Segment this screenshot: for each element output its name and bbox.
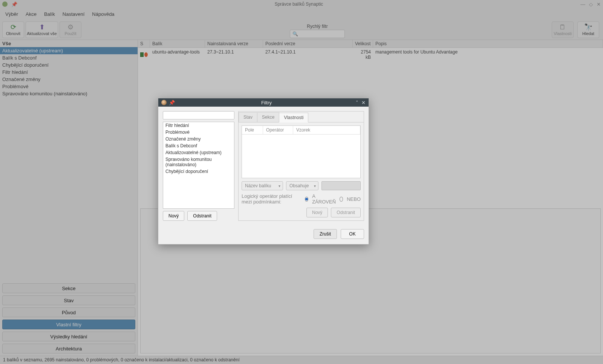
properties-table: Pole Operátor Vzorek — [242, 125, 361, 178]
operator-dropdown[interactable]: Obsahuje — [286, 181, 318, 190]
filter-item[interactable]: Spravováno komunitou (nainstalováno) — [163, 156, 234, 168]
pattern-input[interactable] — [321, 181, 361, 190]
filter-item[interactable]: Chybějící doporučení — [163, 168, 234, 175]
filter-name-input[interactable] — [163, 111, 234, 119]
tab-properties[interactable]: Vlastnosti — [279, 113, 308, 122]
prop-remove-button: Odstranit — [331, 208, 361, 217]
filter-item[interactable]: Balík s Debconf — [163, 142, 234, 149]
radio-or-label: NEBO — [347, 196, 361, 202]
dialog-left-panel: Filtr hledání Problémové Označené změny … — [163, 111, 234, 221]
dialog-right-panel: Stav Sekce Vlastnosti Pole Operátor Vzor… — [238, 111, 364, 221]
filter-item[interactable]: Aktualizovatelné (upstream) — [163, 149, 234, 156]
filter-dialog: 📌 Filtry ˅ ✕ Filtr hledání Problémové Oz… — [158, 98, 369, 245]
dialog-close-icon[interactable]: ✕ — [361, 100, 366, 106]
new-filter-button[interactable]: Nový — [163, 211, 184, 221]
tab-section[interactable]: Sekce — [257, 112, 279, 122]
dialog-pin-icon[interactable]: 📌 — [169, 100, 175, 106]
tab-status[interactable]: Stav — [239, 112, 257, 122]
cancel-button[interactable]: Zrušit — [314, 229, 337, 239]
radio-and[interactable] — [305, 197, 308, 202]
dialog-footer: Zrušit OK — [158, 225, 369, 244]
field-dropdown[interactable]: Název balíku — [242, 181, 283, 190]
dialog-tabs: Stav Sekce Vlastnosti — [239, 112, 364, 122]
filter-list: Filtr hledání Problémové Označené změny … — [163, 122, 234, 209]
dialog-title: Filtry — [177, 100, 356, 106]
radio-or[interactable] — [340, 197, 343, 202]
propcol-field[interactable]: Pole — [242, 126, 263, 134]
propcol-operator[interactable]: Operátor — [263, 126, 293, 134]
logic-label: Logický operátor platící mezi podmínkami… — [242, 193, 301, 205]
ok-button[interactable]: OK — [341, 229, 364, 239]
dialog-app-icon — [161, 100, 167, 105]
remove-filter-button[interactable]: Odstranit — [187, 211, 217, 221]
filter-item[interactable]: Problémové — [163, 129, 234, 136]
propcol-pattern[interactable]: Vzorek — [293, 126, 360, 134]
prop-new-button: Nový — [306, 208, 328, 217]
filter-item[interactable]: Filtr hledání — [163, 122, 234, 129]
radio-and-label: A ZÁROVEŇ — [312, 193, 336, 205]
dialog-titlebar: 📌 Filtry ˅ ✕ — [158, 98, 369, 107]
dialog-minimize-icon[interactable]: ˅ — [356, 100, 358, 106]
filter-item[interactable]: Označené změny — [163, 136, 234, 142]
